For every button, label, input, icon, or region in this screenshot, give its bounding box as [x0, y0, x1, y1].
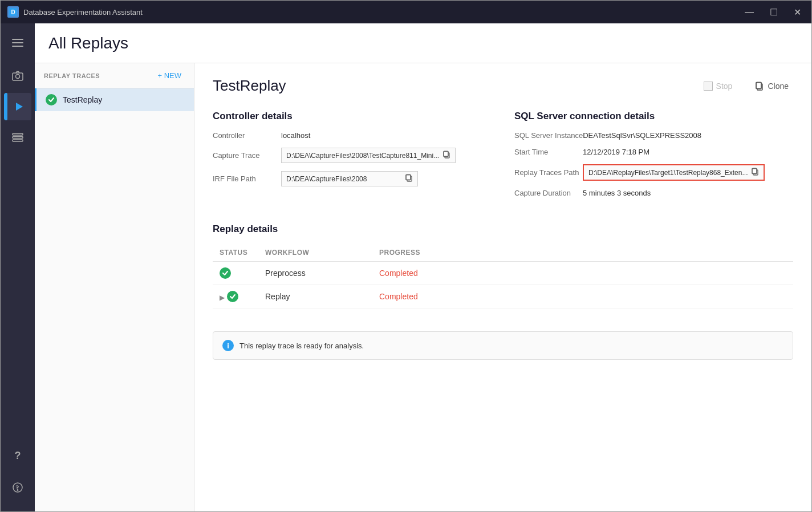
svg-text:D: D — [11, 9, 15, 15]
svg-rect-10 — [13, 140, 23, 141]
row1-status-icon — [220, 267, 231, 279]
replay-section: Replay details STATUS WORKFLOW PROGRESS — [213, 224, 793, 308]
table-row: Preprocess Completed — [213, 262, 793, 285]
detail-title: TestReplay — [213, 77, 286, 95]
replay-table: STATUS WORKFLOW PROGRESS — [213, 244, 793, 308]
svg-point-6 — [16, 75, 20, 79]
start-time-label: Start Time — [514, 148, 583, 156]
svg-rect-14 — [756, 82, 761, 88]
row2-status-icon — [227, 291, 238, 302]
detail-actions: Stop Clone — [699, 79, 793, 93]
row1-progress: Completed — [372, 262, 793, 285]
replay-traces-path-label: Replay Traces Path — [514, 168, 583, 177]
stop-label: Stop — [716, 82, 733, 91]
capture-trace-field: Capture Trace D:\DEA\CaptureFiles\2008\T… — [213, 148, 492, 163]
sql-instance-field: SQL Server Instance DEATestSqlSvr\SQLEXP… — [514, 131, 793, 140]
row2-workflow: Replay — [258, 285, 372, 308]
trace-status-icon — [46, 94, 57, 105]
nav-menu[interactable] — [4, 29, 31, 56]
window-controls: — ☐ ✕ — [741, 6, 805, 19]
table-row: ▶ Replay Completed — [213, 285, 793, 308]
traces-header-label: REPLAY TRACES — [44, 72, 100, 79]
page-title: All Replays — [48, 34, 128, 52]
nav-sidebar: ? — [1, 23, 35, 511]
title-bar: D Database Experimentation Assistant — ☐… — [1, 1, 811, 23]
irf-file-path-copy-icon[interactable] — [405, 174, 413, 184]
capture-trace-label: Capture Trace — [213, 151, 281, 160]
svg-marker-7 — [16, 103, 23, 111]
traces-panel: REPLAY TRACES + NEW TestReplay — [35, 63, 194, 511]
minimize-button[interactable]: — — [741, 6, 757, 19]
nav-replay[interactable] — [4, 93, 31, 120]
nav-camera[interactable] — [4, 62, 31, 90]
svg-rect-23 — [752, 169, 757, 174]
svg-rect-3 — [12, 42, 23, 43]
svg-rect-8 — [13, 133, 23, 135]
svg-rect-9 — [13, 137, 23, 139]
replay-section-title: Replay details — [213, 224, 793, 235]
controller-value: localhost — [281, 131, 310, 140]
details-two-col: Controller details Controller localhost … — [213, 111, 793, 205]
irf-file-path-field: IRF File Path D:\DEA\CaptureFiles\2008 — [213, 171, 492, 186]
capture-duration-field: Capture Duration 5 minutes 3 seconds — [514, 189, 793, 197]
replay-traces-path-input[interactable]: D:\DEA\ReplayFiles\Target1\TestReplay868… — [583, 164, 765, 181]
stop-checkbox — [704, 82, 713, 91]
sql-instance-value: DEATestSqlSvr\SQLEXPRESS2008 — [583, 131, 701, 140]
start-time-value: 12/12/2019 7:18 PM — [583, 148, 649, 156]
controller-section-title: Controller details — [213, 111, 492, 122]
clone-icon — [755, 82, 764, 91]
nav-feedback[interactable] — [4, 474, 31, 501]
capture-duration-value: 5 minutes 3 seconds — [583, 189, 651, 197]
nav-analysis[interactable] — [4, 124, 31, 151]
new-replay-button[interactable]: + NEW — [154, 70, 185, 81]
window-title: Database Experimentation Assistant — [23, 8, 741, 17]
svg-point-12 — [17, 490, 18, 490]
irf-file-path-label: IRF File Path — [213, 174, 281, 183]
app-icon: D — [7, 6, 19, 18]
trace-name: TestReplay — [63, 95, 102, 104]
clone-button[interactable]: Clone — [750, 79, 793, 93]
col-progress: PROGRESS — [372, 244, 793, 262]
maximize-button[interactable]: ☐ — [766, 6, 781, 19]
nav-help[interactable]: ? — [4, 442, 31, 469]
row2-play-icon: ▶ — [220, 294, 225, 302]
start-time-field: Start Time 12/12/2019 7:18 PM — [514, 148, 793, 156]
row1-workflow: Preprocess — [258, 262, 372, 285]
svg-rect-2 — [12, 39, 23, 40]
sql-section-title: SQL Server connection details — [514, 111, 793, 122]
svg-rect-4 — [12, 46, 23, 47]
svg-rect-17 — [444, 152, 448, 157]
controller-label: Controller — [213, 131, 281, 140]
col-status: STATUS — [213, 244, 258, 262]
stop-button[interactable]: Stop — [699, 79, 737, 93]
sql-section: SQL Server connection details SQL Server… — [514, 111, 793, 205]
replay-traces-path-value: D:\DEA\ReplayFiles\Target1\TestReplay868… — [588, 169, 748, 177]
svg-rect-20 — [406, 175, 411, 180]
row2-status-cell: ▶ — [213, 285, 258, 308]
app-header: All Replays — [35, 23, 811, 63]
capture-trace-input[interactable]: D:\DEA\CaptureFiles\2008\TestCapture811_… — [281, 148, 456, 163]
replay-traces-path-copy-icon[interactable] — [751, 168, 759, 177]
close-button[interactable]: ✕ — [790, 6, 805, 19]
info-icon: i — [222, 340, 234, 351]
detail-header: TestReplay Stop Clone — [213, 77, 793, 95]
sql-instance-label: SQL Server Instance — [514, 131, 583, 140]
row1-status-cell — [213, 262, 258, 285]
row2-progress: Completed — [372, 285, 793, 308]
col-workflow: WORKFLOW — [258, 244, 372, 262]
info-text: This replay trace is ready for analysis. — [239, 342, 364, 350]
controller-section: Controller details Controller localhost … — [213, 111, 492, 205]
controller-field: Controller localhost — [213, 131, 492, 140]
capture-duration-label: Capture Duration — [514, 189, 583, 197]
irf-file-path-input[interactable]: D:\DEA\CaptureFiles\2008 — [281, 171, 418, 186]
traces-header: REPLAY TRACES + NEW — [35, 63, 194, 88]
capture-trace-copy-icon[interactable] — [442, 151, 450, 160]
capture-trace-value: D:\DEA\CaptureFiles\2008\TestCapture811_… — [286, 152, 439, 160]
replay-traces-path-field: Replay Traces Path D:\DEA\ReplayFiles\Ta… — [514, 164, 793, 181]
clone-label: Clone — [768, 82, 789, 91]
irf-file-path-value: D:\DEA\CaptureFiles\2008 — [286, 175, 401, 183]
trace-item-testreplay[interactable]: TestReplay — [35, 88, 194, 111]
info-bar: i This replay trace is ready for analysi… — [213, 331, 793, 360]
detail-panel: TestReplay Stop Clone — [194, 63, 811, 511]
